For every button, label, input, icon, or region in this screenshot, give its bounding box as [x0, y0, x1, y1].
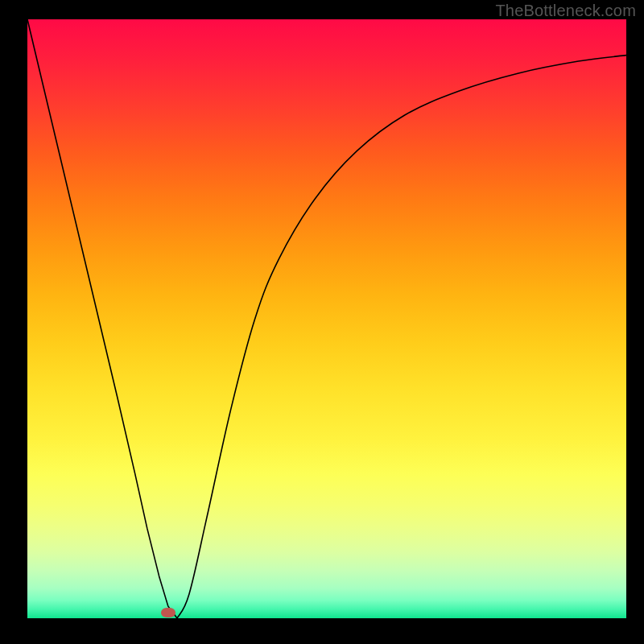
watermark-text: TheBottleneck.com: [495, 2, 636, 20]
v-curve-path: [27, 19, 626, 618]
curve-svg: [27, 19, 626, 618]
chart-container: TheBottleneck.com: [0, 0, 644, 644]
plot-area: [27, 19, 626, 618]
optimal-point-marker: [161, 608, 175, 617]
